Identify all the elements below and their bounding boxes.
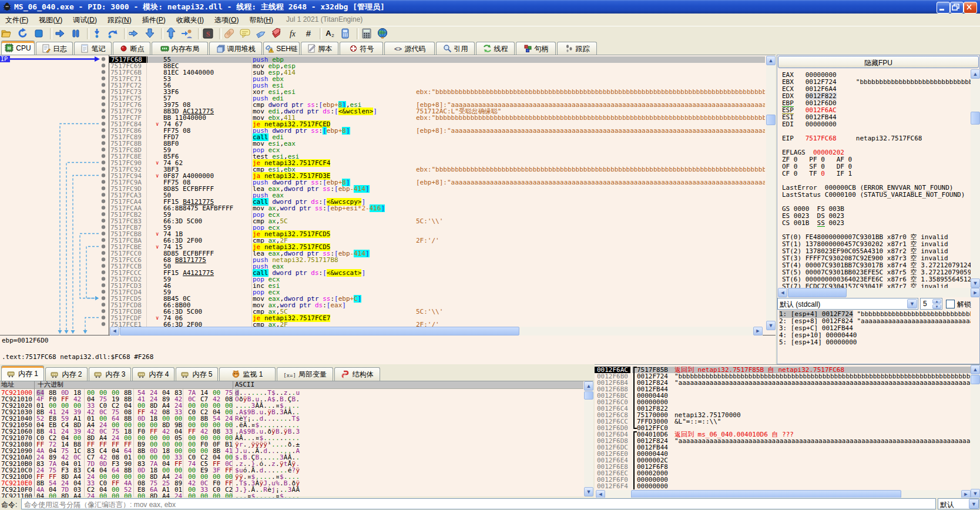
scrollbar-thumb[interactable] bbox=[766, 115, 776, 125]
command-input[interactable]: 命令使用逗号分隔（像汇编语言）: mov eax, ebx bbox=[21, 498, 936, 509]
calculator-window-icon[interactable] bbox=[340, 28, 353, 41]
scroll-left-icon[interactable]: ◄ bbox=[778, 288, 787, 297]
stop-icon[interactable] bbox=[33, 28, 46, 41]
scroll-down-icon[interactable]: ▼ bbox=[971, 279, 980, 288]
scrollbar-thumb[interactable] bbox=[120, 327, 519, 335]
minimize-button[interactable] bbox=[937, 2, 950, 14]
tab-内存-3[interactable]: 内存 3 bbox=[89, 367, 131, 381]
argument-row[interactable]: 5: [esp+14] 00000000 bbox=[779, 339, 857, 346]
tab-调用堆栈[interactable]: 调用堆栈 bbox=[209, 42, 262, 55]
stack-vscrollbar[interactable]: ▲ ▼ bbox=[971, 365, 980, 498]
menu-H[interactable]: 帮助(H) bbox=[244, 14, 278, 25]
patches-icon[interactable] bbox=[223, 28, 236, 41]
disasm-rows[interactable]: 7517FC6855push ebp7517FC698BECmov ebp,es… bbox=[0, 56, 765, 327]
run-icon[interactable] bbox=[54, 28, 67, 41]
scroll-right-icon[interactable]: ► bbox=[961, 490, 971, 498]
scroll-up-icon[interactable]: ▲ bbox=[766, 56, 776, 65]
tab-符号[interactable]: 符号 bbox=[340, 42, 383, 55]
scrollbar-thumb[interactable] bbox=[971, 112, 980, 125]
scrollbar-thumb[interactable] bbox=[971, 375, 980, 384]
registers-hscrollbar[interactable]: ◄ ► bbox=[778, 288, 980, 297]
scroll-right-icon[interactable]: ► bbox=[971, 288, 980, 297]
registers-vscrollbar[interactable]: ▲ ▼ bbox=[971, 69, 980, 288]
tab-内存-5[interactable]: 内存 5 bbox=[176, 367, 218, 381]
register-line[interactable]: CS 001B SS 0023 bbox=[782, 220, 971, 227]
tab-断点[interactable]: 断点 bbox=[113, 42, 150, 55]
scroll-up-icon[interactable]: ▲ bbox=[584, 381, 593, 391]
scrollbar-thumb[interactable] bbox=[631, 490, 901, 498]
tab-监视-1[interactable]: 监视 1 bbox=[219, 367, 276, 381]
tab-源代码[interactable]: <>源代码 bbox=[384, 42, 435, 55]
scroll-left-icon[interactable]: ◄ bbox=[596, 490, 605, 498]
scrollbar-thumb[interactable] bbox=[584, 391, 593, 400]
chevron-down-icon[interactable]: ▼ bbox=[907, 299, 917, 308]
close-button[interactable] bbox=[964, 2, 977, 14]
calculator-icon[interactable] bbox=[361, 28, 374, 41]
pause-icon[interactable] bbox=[70, 28, 83, 41]
tab-跟踪[interactable]: 跟踪 bbox=[557, 42, 597, 55]
register-line[interactable]: EDI 00000000 bbox=[782, 121, 971, 128]
unlock-checkbox[interactable] bbox=[946, 300, 955, 308]
restart-icon[interactable] bbox=[17, 28, 30, 41]
tab-引用[interactable]: 引用 bbox=[436, 42, 475, 55]
open-folder-icon[interactable] bbox=[1, 28, 14, 41]
tab-日志[interactable]: 日志 bbox=[36, 42, 73, 55]
tab-内存-4[interactable]: 内存 4 bbox=[132, 367, 174, 381]
tab-句柄[interactable]: 句柄 bbox=[516, 42, 556, 55]
arguments-list[interactable]: 1: [esp+4] 0012F724 "bbbbbbbbbbbbbbbbbbb… bbox=[777, 310, 971, 364]
step-over-icon[interactable] bbox=[144, 28, 157, 41]
spin-up-icon[interactable]: ▲ bbox=[932, 299, 941, 304]
tab-线程[interactable]: 线程 bbox=[476, 42, 515, 55]
scroll-down-icon[interactable]: ▼ bbox=[584, 487, 593, 496]
stack-rows[interactable]: 0012F6AC7517F85B返回到 netapi32.7517F85B 自 … bbox=[595, 367, 971, 490]
dump-rows[interactable]: 7C92100064d8B.0D.18.00.00.00.8B.54T24$04… bbox=[0, 390, 583, 498]
tab-笔记[interactable]: 笔记 bbox=[74, 42, 112, 55]
scroll-down-icon[interactable]: ▼ bbox=[766, 321, 776, 330]
tab-局部变量[interactable]: [x=]局部变量 bbox=[277, 367, 333, 381]
scroll-up-icon[interactable]: ▲ bbox=[971, 69, 980, 79]
stack-hscrollbar[interactable]: ◄ ► bbox=[596, 490, 971, 498]
hide-fpu-button[interactable]: 隐藏FPU bbox=[778, 56, 979, 68]
menu-F[interactable]: 文件(F) bbox=[0, 14, 33, 25]
tab-结构体[interactable]: 结构体 bbox=[334, 367, 380, 381]
bookmark-icon[interactable] bbox=[271, 28, 284, 41]
stack-row[interactable]: 0012F6F400000000 bbox=[595, 483, 971, 489]
hash-icon[interactable]: # bbox=[303, 28, 316, 41]
chevron-down-icon[interactable]: ▼ bbox=[969, 499, 979, 509]
execute-till-return-icon[interactable] bbox=[165, 28, 178, 41]
menu-V[interactable]: 视图(V) bbox=[33, 14, 68, 25]
register-line[interactable]: EIP 7517FC68 netapi32.7517FC68 bbox=[782, 135, 971, 142]
dump-vscrollbar[interactable]: ▲ ▼ bbox=[584, 381, 593, 496]
menu-I[interactable]: 收藏夹(I) bbox=[171, 14, 209, 25]
menu-D[interactable]: 调试(D) bbox=[68, 14, 102, 25]
tab-SEH链[interactable]: !SEH链 bbox=[263, 42, 300, 55]
comment-icon[interactable] bbox=[239, 28, 252, 41]
disasm-vscrollbar[interactable]: ▲ ▼ bbox=[766, 56, 776, 330]
convention-select[interactable]: 默认 (stdcall) ▼ bbox=[777, 298, 918, 310]
command-language-select[interactable]: 默认 ▼ bbox=[938, 498, 979, 509]
scrollbar-thumb[interactable] bbox=[788, 288, 847, 297]
step-into-icon[interactable] bbox=[128, 28, 141, 41]
tab-内存-2[interactable]: 内存 2 bbox=[45, 367, 88, 381]
tab-内存-1[interactable]: 内存 1 bbox=[1, 365, 44, 381]
spin-down-icon[interactable]: ▼ bbox=[932, 304, 941, 309]
restore-button[interactable] bbox=[950, 2, 964, 14]
menu-N[interactable]: 跟踪(N) bbox=[102, 14, 137, 25]
tab-脚本[interactable]: 脚本 bbox=[301, 42, 338, 55]
seh-icon[interactable]: S bbox=[202, 28, 215, 41]
label-icon[interactable] bbox=[255, 28, 268, 41]
register-line[interactable]: CF 0 TF 0 IF 1 bbox=[782, 170, 971, 177]
font-icon[interactable]: A2 bbox=[324, 28, 337, 41]
register-line[interactable]: LastStatus C0000100 (STATUS_VARIABLE_NOT… bbox=[782, 192, 971, 199]
run-to-user-code-icon[interactable] bbox=[181, 28, 194, 41]
disasm-hscrollbar[interactable]: ◄ ► bbox=[110, 327, 763, 335]
step-into-trace-icon[interactable] bbox=[91, 28, 104, 41]
function-icon[interactable]: fx bbox=[287, 28, 300, 41]
globe-icon[interactable] bbox=[377, 28, 390, 41]
tab-CPU[interactable]: 32CPU bbox=[1, 41, 35, 55]
depth-spinner[interactable]: 5 ▲ ▼ bbox=[920, 298, 942, 310]
menu-P[interactable]: 插件(P) bbox=[137, 14, 171, 25]
dump-row[interactable]: 7C92110004.00.8D.A4¤24$00.00.00.00.8D.A4… bbox=[0, 493, 583, 498]
scroll-right-icon[interactable]: ► bbox=[753, 327, 763, 335]
scroll-down-icon[interactable]: ▼ bbox=[971, 489, 980, 498]
